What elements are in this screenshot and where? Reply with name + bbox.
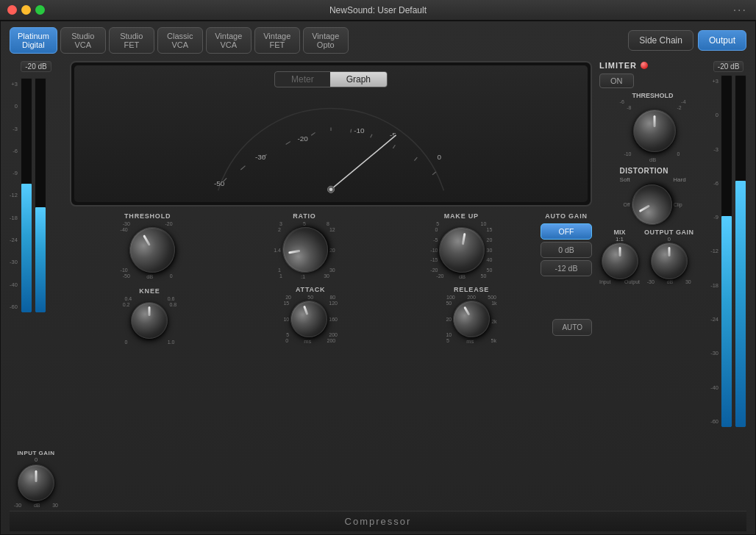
auto-gain-0db-button[interactable]: 0 dB: [541, 242, 592, 258]
input-gain-unit: dB: [34, 503, 40, 508]
output-gain-section: OUTPUT GAIN 0 -30 dB 30: [644, 229, 694, 284]
makeup-group: MAKE UP 5 10 0 -5 -10 -15 -20: [384, 212, 539, 280]
release-top-scale: 100 200 500: [446, 295, 496, 300]
tab-vintage-opto[interactable]: VintageOpto: [303, 27, 349, 54]
auto-gain-label: AUTO GAIN: [545, 212, 588, 220]
attack-group: ATTACK 20 50 80 15 10 5: [231, 286, 391, 345]
output-button[interactable]: Output: [698, 30, 746, 51]
svg-line-15: [414, 157, 417, 161]
svg-text:-50: -50: [214, 179, 225, 187]
attack-right-scale: 120 160 200: [329, 301, 338, 337]
threshold-group: THRESHOLD -30 -20 -40 -10 -50: [70, 212, 225, 280]
makeup-label: MAKE UP: [444, 212, 479, 220]
release-knob[interactable]: [446, 294, 496, 344]
limiter-controls-col: LIMITER ON THRESHOLD -6 -4: [599, 61, 706, 428]
output-gain-knob[interactable]: [651, 243, 688, 279]
right-vu-bar-1-fill: [721, 216, 732, 427]
right-vu-bar-1: [721, 75, 732, 428]
right-vu-section: -20 dB +3 0 -3 -6 -9 -12 -18 -24 -30: [710, 61, 746, 428]
ratio-unit: :1: [301, 273, 305, 280]
mix-ratio: 1:1: [616, 236, 624, 243]
attack-top-scale: 20 50 80: [285, 295, 335, 300]
svg-line-13: [371, 134, 372, 138]
right-vu-scale: +3 0 -3 -6 -9 -12 -18 -24 -30 -40 -60: [710, 75, 718, 428]
vu-meter-display: Meter Graph: [70, 61, 592, 207]
distortion-hard-label: Hard: [673, 176, 685, 183]
limiter-threshold-knob[interactable]: [633, 109, 676, 152]
makeup-bottom-scale: -20 dB 50: [436, 273, 486, 280]
threshold-label: THRESHOLD: [124, 212, 171, 220]
auto-gain-off-button[interactable]: OFF: [541, 223, 592, 240]
attack-knob-row: 15 10 5 120 160 200: [283, 301, 337, 337]
ratio-group: RATIO 3 5 8 2 1.4 1 12: [227, 212, 382, 280]
release-label: RELEASE: [454, 286, 489, 293]
auto-gain-section: AUTO GAIN OFF 0 dB -12 dB: [541, 212, 592, 280]
right-vu-bar-2-fill: [735, 181, 746, 427]
limiter-threshold-section: THRESHOLD -6 -4 -8 -10: [599, 92, 706, 163]
vu-dial-area: -50 -30 -20 -10 -5 0: [80, 95, 582, 196]
distortion-header: DISTORTION: [620, 167, 686, 175]
threshold-top-scale: -30 -20: [123, 221, 173, 226]
ratio-knob[interactable]: [279, 223, 332, 276]
right-action-buttons: Side Chain Output: [628, 30, 746, 51]
panel-left: -20 dB +3 0 -3 -6 -9 -12 -18 -24 -30 -40…: [10, 61, 63, 508]
distortion-off-label: Off: [623, 202, 630, 207]
auto-gain-12db-button[interactable]: -12 dB: [541, 260, 592, 276]
left-vu-bars: [21, 78, 46, 444]
svg-line-18: [331, 135, 396, 190]
meter-inner: Meter Graph: [74, 65, 588, 202]
distortion-label: DISTORTION: [620, 167, 668, 175]
limiter-left-scale: -8 -10: [624, 105, 631, 157]
vu-arc-svg: -50 -30 -20 -10 -5 0: [80, 95, 582, 196]
menu-dots[interactable]: ···: [733, 4, 747, 17]
knee-left-scale: 0.2: [123, 302, 130, 339]
tab-platinum-digital[interactable]: PlatinumDigital: [10, 27, 57, 54]
tab-classic-vca[interactable]: ClassicVCA: [157, 27, 203, 54]
limiter-threshold-top-scale: -6 -4: [620, 99, 686, 104]
tab-vintage-fet[interactable]: VintageFET: [254, 27, 300, 54]
bottom-controls-row: KNEE 0.4 0.6 0.2 0.8: [70, 286, 592, 345]
limiter-on-button[interactable]: ON: [599, 73, 634, 88]
input-gain-knob[interactable]: [18, 464, 54, 501]
svg-line-10: [311, 132, 315, 135]
knee-knob[interactable]: [131, 302, 168, 339]
preset-tabs: PlatinumDigital StudioVCA StudioFET Clas…: [10, 27, 349, 54]
window-title: NewSound: User Default: [329, 5, 427, 15]
ratio-bottom-scale: 1 :1 30: [279, 273, 329, 280]
limiter-label: LIMITER: [599, 61, 637, 70]
close-button[interactable]: [7, 5, 17, 15]
right-top-section: LIMITER ON THRESHOLD -6 -4: [599, 61, 746, 428]
mix-section: MIX 1:1 Input Output: [599, 229, 640, 284]
tab-studio-vca[interactable]: StudioVCA: [60, 27, 106, 54]
tab-vintage-vca[interactable]: VintageVCA: [206, 27, 252, 54]
makeup-unit: dB: [459, 273, 466, 280]
maximize-button[interactable]: [35, 5, 45, 15]
side-chain-button[interactable]: Side Chain: [628, 30, 693, 51]
distortion-knob[interactable]: [624, 177, 680, 232]
attack-left-scale: 15 10 5: [283, 301, 289, 337]
panel-right: LIMITER ON THRESHOLD -6 -4: [599, 61, 746, 508]
ratio-top-scale: 3 5 8: [279, 221, 329, 226]
right-vu-bar-2: [735, 75, 746, 428]
svg-text:0: 0: [437, 153, 441, 161]
mix-knob[interactable]: [602, 243, 638, 279]
distortion-knob-row: Off Clip: [623, 184, 682, 225]
makeup-left-scale: 0 -5 -10 -15 -20: [430, 227, 438, 273]
release-knob-row: 50 20 10 1k 2k: [446, 301, 496, 337]
threshold-knob[interactable]: [121, 219, 183, 281]
mix-output-label: Output: [624, 279, 640, 284]
knee-bottom-scale: 0 1.0: [124, 340, 174, 345]
makeup-top-scale: 5 10: [436, 221, 486, 226]
auto-button[interactable]: AUTO: [552, 319, 592, 336]
svg-text:-10: -10: [354, 126, 365, 134]
minimize-button[interactable]: [21, 5, 31, 15]
attack-knob[interactable]: [285, 295, 332, 342]
meter-tab-meter[interactable]: Meter: [275, 72, 330, 87]
left-vu-bar-1: [21, 78, 32, 313]
window-controls[interactable]: [7, 5, 45, 15]
tab-studio-fet[interactable]: StudioFET: [109, 27, 154, 54]
makeup-knob[interactable]: [436, 223, 489, 276]
meter-tab-graph[interactable]: Graph: [330, 72, 387, 87]
release-bottom-scale: 5 ms 5k: [446, 338, 496, 345]
svg-text:-20: -20: [297, 134, 308, 143]
